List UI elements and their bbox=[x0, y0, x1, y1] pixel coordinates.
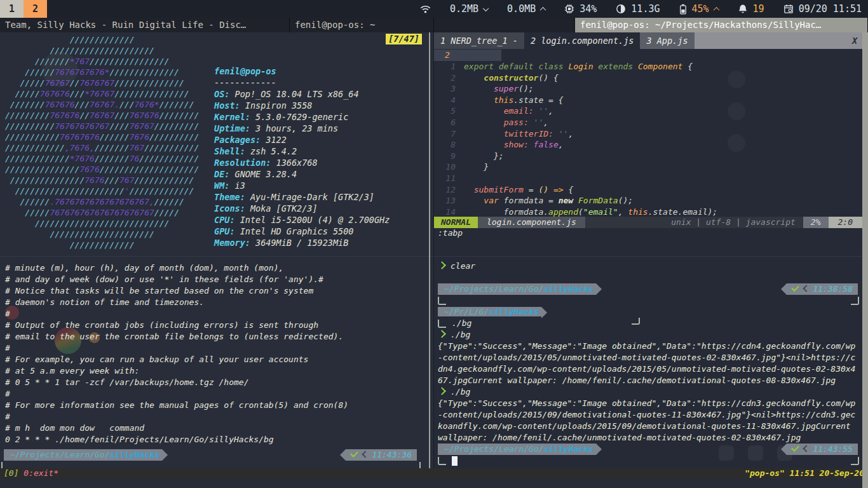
vim-tab-indicator: 2 bbox=[434, 50, 501, 61]
tab-close-button[interactable]: X bbox=[847, 32, 862, 49]
network-download: 0.2MB bbox=[450, 3, 488, 15]
disk-usage-icon bbox=[616, 4, 626, 14]
line-number: 13 bbox=[434, 195, 464, 207]
info-value: Pop!_OS 18.04 LTS x86_64 bbox=[229, 89, 358, 99]
pane-divider bbox=[434, 256, 868, 257]
chevron-left-icon bbox=[803, 285, 810, 292]
prompt-path-badge: ~/Pr/L/G/sillyHacks bbox=[438, 307, 541, 316]
line-number: 8 bbox=[434, 139, 464, 151]
vim-tab-3[interactable]: 3 App.js bbox=[640, 32, 694, 49]
neofetch-info-row: OS: Pop!_OS 18.04 LTS x86_64 bbox=[214, 88, 390, 100]
titlebar-tab-empty[interactable] bbox=[434, 18, 575, 32]
info-label: WM: bbox=[214, 180, 229, 191]
right-terminal-scrollbar[interactable] bbox=[862, 32, 868, 488]
frame-corner-left bbox=[438, 320, 446, 328]
statusline-fileinfo: unix | utf-8 | javascript bbox=[663, 217, 803, 228]
line-number: 7 bbox=[434, 128, 464, 140]
tmux-clock: "pop-os" 11:51 20-Sep-20 bbox=[745, 468, 864, 478]
memory-value: 11.3G bbox=[631, 3, 660, 15]
code-area: 1export default class Login extends Comp… bbox=[434, 61, 717, 217]
code-line: 11 bbox=[434, 173, 717, 184]
workspace-button-1[interactable]: 1 bbox=[0, 0, 24, 18]
caret-up-icon bbox=[713, 6, 719, 13]
check-icon bbox=[351, 449, 359, 458]
shell-command-line: ./bg bbox=[438, 318, 859, 329]
info-value: Moka [GTK2/3] bbox=[245, 203, 318, 214]
code-line: 3 super(); bbox=[434, 83, 717, 95]
shell-output-line: 67.jpgCurrent wallpaper: /home/fenil/.ca… bbox=[438, 375, 859, 386]
titlebar-tab-terminal-left[interactable]: fenil@pop-os: ~ bbox=[290, 18, 434, 32]
info-label: Uptime: bbox=[214, 123, 250, 133]
cpu-value: 34% bbox=[580, 3, 597, 15]
vim-tab-2[interactable]: 2 login.component.js bbox=[524, 32, 641, 49]
shell-output-line: wallpaper: /home/fenil/.cache/unmotivate… bbox=[438, 432, 859, 444]
neofetch-info-row: DE: GNOME 3.28.4 bbox=[214, 168, 390, 180]
info-label: Icons: bbox=[214, 203, 245, 214]
prompt-chevron-icon bbox=[438, 330, 446, 338]
info-value: Intel HD Graphics 5500 bbox=[235, 226, 354, 236]
frame-corner-mid bbox=[632, 318, 640, 325]
neofetch-info-rows: OS: Pop!_OS 18.04 LTS x86_64Host: Inspir… bbox=[214, 88, 390, 248]
prompt-dir: sillyHacks bbox=[110, 450, 159, 459]
vim-cmdline: :tabp bbox=[438, 228, 463, 238]
titlebar-tab-terminal-right[interactable]: fenil@pop-os: ~/Projects/Hackathons/Sill… bbox=[575, 18, 868, 32]
frame-corner-left bbox=[438, 457, 446, 465]
info-label: Kernel: bbox=[214, 112, 250, 122]
left-terminal-scrollbar[interactable] bbox=[429, 32, 430, 468]
vim-tab-1[interactable]: 1 NERD_tree_1 - bbox=[434, 32, 524, 49]
prompt-frame-row bbox=[438, 295, 859, 306]
info-value: 3122 bbox=[261, 135, 287, 145]
shell-output-line: {"Type":"Success","Message":"Image obtai… bbox=[438, 398, 859, 409]
info-label: Theme: bbox=[214, 192, 245, 202]
network-upload: 0.0MB bbox=[507, 3, 545, 15]
prompt-chevron-icon bbox=[438, 261, 446, 269]
check-icon bbox=[792, 283, 800, 292]
check-icon bbox=[792, 444, 800, 452]
info-value: GNOME 3.28.4 bbox=[229, 169, 297, 179]
workspace-button-2[interactable]: 2 bbox=[24, 0, 47, 18]
status-modules: 0.2MB 0.0MB 34% 11.3G bbox=[420, 0, 868, 18]
prompt-time-badge: 11:43:55 bbox=[787, 444, 858, 455]
vim-tabline: 1 NERD_tree_1 -2 login.component.js3 App… bbox=[434, 32, 862, 49]
battery-module: 45% bbox=[679, 3, 719, 15]
neofetch-info-row: Host: Inspiron 3558 bbox=[214, 100, 390, 111]
info-label: Resolution: bbox=[214, 158, 271, 168]
frame-corner-left bbox=[1, 462, 10, 468]
shell-command-line: clear bbox=[438, 261, 859, 272]
prompt-path-badge: ~/Projects/Learn/Go/sillyHacks bbox=[4, 449, 162, 461]
neofetch-info-row: Shell: zsh 5.4.2 bbox=[214, 146, 390, 157]
cpu-module: 34% bbox=[564, 3, 597, 15]
statusline-percent: 2% bbox=[803, 217, 829, 228]
code-line: 5 email: '', bbox=[434, 105, 717, 117]
line-number: 11 bbox=[434, 173, 464, 184]
calendar-icon bbox=[783, 4, 794, 14]
statusline-position: 2:0 bbox=[829, 217, 862, 228]
prompt-path-badge: ~/Projects/Learn/Go/sillyHacks bbox=[438, 283, 596, 295]
prompt-time: 11:43:36 bbox=[372, 450, 412, 459]
info-value: Intel i5-5200U (4) @ 2.700GHz bbox=[235, 215, 390, 225]
info-label: DE: bbox=[214, 169, 229, 179]
prompt-time-badge: 11:43:36 bbox=[346, 449, 417, 461]
vim-mode-badge: NORMAL bbox=[434, 217, 478, 228]
neofetch-info-row: Resolution: 868x488 bbox=[214, 157, 390, 168]
ascii-art: ///////////// ///////////////////// ////… bbox=[5, 34, 199, 250]
wifi-module bbox=[420, 4, 431, 14]
frame-corner-left bbox=[438, 297, 446, 305]
desktop: 12 0.2MB 0.0MB bbox=[0, 0, 868, 488]
line-number: 1 bbox=[434, 61, 464, 72]
info-value: Ayu-Mirage-Dark [GTK2/3] bbox=[245, 192, 374, 202]
download-value: 0.2MB bbox=[450, 3, 478, 15]
line-number: 6 bbox=[434, 117, 464, 128]
shell-blank-line bbox=[438, 272, 859, 283]
info-value: i3 bbox=[229, 180, 245, 191]
line-number: 12 bbox=[434, 184, 464, 196]
statusline-spacer bbox=[585, 217, 663, 228]
titlebar-tab-discord[interactable]: Team, Silly Hacks - Ruin Digital Life - … bbox=[0, 18, 290, 32]
prompt-path: ~/Projects/Learn/Go/ bbox=[10, 450, 110, 459]
chevron-left-icon bbox=[362, 451, 369, 458]
code-line: 1export default class Login extends Comp… bbox=[434, 61, 717, 72]
shell-command-line: ./bg bbox=[438, 329, 859, 341]
prompt-path-badge: ~/Projects/Learn/Go/sillyHacks bbox=[438, 444, 596, 455]
notifications-module: 19 bbox=[738, 3, 764, 15]
workspace-list: 12 bbox=[0, 0, 47, 18]
